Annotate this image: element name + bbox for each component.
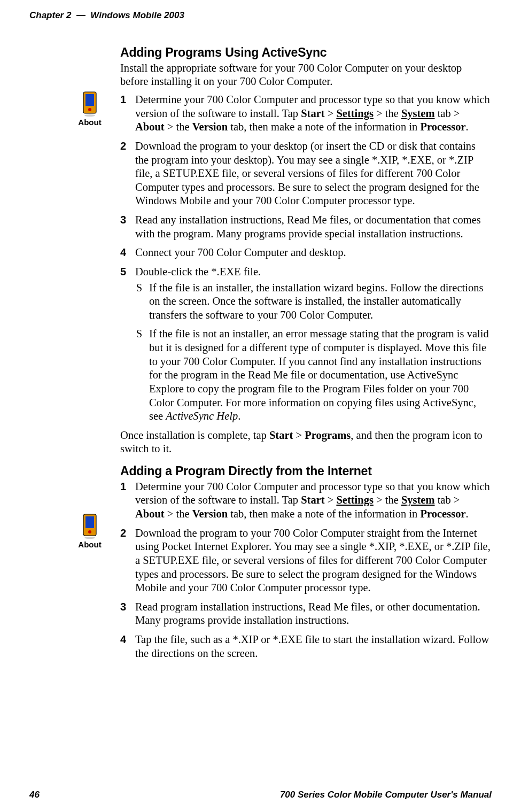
svg-point-2 [88,108,91,111]
gt: > [325,107,337,119]
text: . [466,508,469,520]
text: tab, then make a note of the information… [228,121,420,133]
svg-point-7 [84,537,95,539]
gt: > [325,494,337,506]
kw-processor: Processor [420,508,465,520]
text: Double-click the *.EXE file. [135,266,261,277]
about-icon [81,91,99,117]
svg-point-3 [84,114,95,117]
text: If the file is an installer, the install… [149,282,483,321]
about-icon-block-1: About [75,91,105,128]
kw-start: Start [269,429,293,441]
list-number: 3 [120,213,126,227]
s1-item-5: 5 Double-click the *.EXE file. If the fi… [120,265,492,423]
list-number: 4 [120,633,126,646]
about-icon-caption: About [75,540,105,550]
svg-rect-1 [85,94,94,106]
text: Download the program to your desktop (or… [135,140,479,207]
s1-item-3: 3 Read any installation instructions, Re… [120,213,492,241]
text: Read any installation instructions, Read… [135,214,481,239]
section2-list: 1 Determine your 700 Color Computer and … [120,480,492,661]
kw-processor: Processor [420,121,465,133]
header-subject: Windows Mobile 2003 [90,10,184,20]
kw-settings: Settings [336,494,373,506]
kw-version: Version [192,121,228,133]
running-footer: 46 700 Series Color Mobile Computer User… [29,789,492,800]
list-number: 3 [120,600,126,614]
s1-sub-2: If the file is not an installer, an erro… [135,327,492,423]
list-number: 1 [120,480,126,493]
kw-programs: Programs [305,429,351,441]
footer-manual-title: 700 Series Color Mobile Computer User's … [280,789,492,800]
text: Connect your 700 Color Computer and desk… [135,246,346,258]
running-header: Chapter 2 — Windows Mobile 2003 [29,10,492,21]
text: tab > [435,494,460,506]
s2-item-4: 4 Tap the file, such as a *.XIP or *.EXE… [120,633,492,660]
list-number: 1 [120,93,126,106]
page: Chapter 2 — Windows Mobile 2003 About Ab… [0,0,521,812]
section1-list: 1 Determine your 700 Color Computer and … [120,93,492,423]
section2-title: Adding a Program Directly from the Inter… [120,463,492,479]
kw-system: System [401,107,435,119]
list-number: 5 [120,265,126,279]
s1-item-5-sub: If the file is an installer, the install… [135,281,492,423]
content-column: Adding Programs Using ActiveSync Install… [120,42,492,666]
s1-sub-1: If the file is an installer, the install… [135,281,492,322]
list-number: 2 [120,140,126,153]
gt: > the [374,107,401,119]
kw-start: Start [301,494,324,506]
text: tab, then make a note of the information… [228,508,420,520]
svg-rect-5 [85,516,94,528]
list-number: 4 [120,246,126,259]
about-icon-block-2: About [75,513,105,550]
kw-settings: Settings [336,107,373,119]
s1-item-2: 2 Download the program to your desktop (… [120,140,492,208]
s2-item-3: 3 Read program installation instructions… [120,600,492,628]
gt: > [293,429,305,441]
section1-title: Adding Programs Using ActiveSync [120,45,492,60]
s2-item-2: 2 Download the program to your 700 Color… [120,527,492,595]
s1-item-1: 1 Determine your 700 Color Computer and … [120,93,492,134]
text: . [238,410,240,422]
text: Tap the file, such as a *.XIP or *.EXE f… [135,633,489,659]
gt: > the [165,508,192,520]
s2-item-1: 1 Determine your 700 Color Computer and … [120,480,492,521]
list-number: 2 [120,527,126,540]
kw-version: Version [192,508,228,520]
gt: > the [165,121,192,133]
about-icon-caption: About [75,118,105,128]
svg-point-6 [88,530,91,533]
section1-intro: Install the appropriate software for you… [120,61,492,89]
ital-activesync-help: ActiveSync Help [166,410,238,422]
kw-system: System [401,494,435,506]
text: Download the program to your 700 Color C… [135,527,491,594]
footer-page-number: 46 [29,789,40,800]
section1-outro: Once installation is complete, tap Start… [120,429,492,456]
text: Read program installation instructions, … [135,601,480,627]
s1-item-4: 4 Connect your 700 Color Computer and de… [120,246,492,260]
about-icon [81,513,99,539]
text: Once installation is complete, tap [120,429,269,441]
kw-start: Start [301,107,324,119]
kw-about: About [135,508,165,520]
kw-about: About [135,121,165,133]
header-dash: — [76,10,85,20]
header-chapter: Chapter 2 [29,10,71,20]
gt: > the [374,494,401,506]
text: tab > [435,107,460,119]
text: If the file is not an installer, an erro… [149,328,489,422]
text: . [466,121,469,133]
